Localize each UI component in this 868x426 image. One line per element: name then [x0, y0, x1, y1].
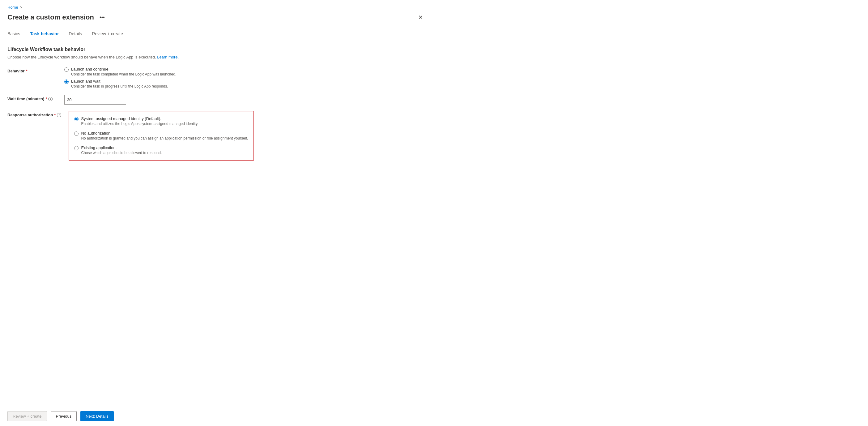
behavior-form-row: Behavior * Launch and continue Consider … — [7, 67, 425, 88]
response-auth-radio-existing-app[interactable] — [74, 146, 79, 150]
behavior-radio-launch-continue[interactable] — [64, 67, 69, 72]
behavior-required-star: * — [26, 69, 28, 73]
behavior-option-launch-continue-desc: Consider the task completed when the Log… — [71, 72, 176, 77]
behavior-label: Behavior * — [7, 67, 57, 73]
response-auth-info-icon[interactable]: i — [57, 113, 61, 117]
behavior-option-launch-wait-label: Launch and wait — [71, 79, 168, 84]
wait-time-info-icon[interactable]: i — [48, 97, 53, 101]
response-auth-required-star: * — [54, 113, 56, 117]
tab-details[interactable]: Details — [64, 29, 87, 39]
tab-review-create[interactable]: Review + create — [87, 29, 128, 39]
breadcrumb-home-link[interactable]: Home — [7, 5, 18, 9]
response-auth-existing-app-label: Existing application. — [81, 145, 162, 150]
wait-time-control-area — [64, 95, 250, 105]
tab-task-behavior[interactable]: Task behavior — [25, 29, 64, 39]
more-options-button[interactable]: ••• — [97, 13, 107, 21]
wait-time-required-star: * — [45, 96, 47, 101]
review-create-button[interactable]: Review + create — [7, 411, 47, 421]
page-header: Create a custom extension ••• ✕ — [7, 13, 425, 21]
behavior-control-area: Launch and continue Consider the task co… — [64, 67, 250, 88]
response-auth-radio-system-assigned[interactable] — [74, 117, 79, 121]
breadcrumb-separator: > — [20, 5, 22, 9]
wait-time-label: Wait time (minutes) * i — [7, 95, 57, 101]
section-title: Lifecycle Workflow task behavior — [7, 47, 425, 52]
behavior-option-launch-wait[interactable]: Launch and wait Consider the task in pro… — [64, 79, 250, 88]
response-auth-option-existing-app[interactable]: Existing application. Chose which apps s… — [74, 145, 249, 155]
close-button[interactable]: ✕ — [416, 13, 425, 21]
response-auth-option-system-assigned[interactable]: System-assigned managed identity (Defaul… — [74, 116, 249, 126]
response-auth-no-auth-label: No authorization — [81, 131, 248, 136]
footer-bar: Review + create Previous Next: Details — [0, 406, 868, 426]
response-auth-radio-group: System-assigned managed identity (Defaul… — [74, 116, 249, 155]
response-auth-label: Response authorization * i — [7, 111, 61, 117]
page-title: Create a custom extension — [7, 13, 94, 21]
next-details-button[interactable]: Next: Details — [81, 411, 114, 421]
learn-more-link[interactable]: Learn more. — [157, 55, 179, 59]
wait-time-form-row: Wait time (minutes) * i — [7, 95, 425, 105]
behavior-option-launch-wait-desc: Consider the task in progress until the … — [71, 84, 168, 88]
tab-basics[interactable]: Basics — [7, 29, 25, 39]
response-auth-system-assigned-label: System-assigned managed identity (Defaul… — [81, 116, 198, 121]
response-auth-option-no-auth[interactable]: No authorization No authorization is gra… — [74, 131, 249, 140]
previous-button[interactable]: Previous — [51, 411, 77, 421]
breadcrumb: Home > — [7, 5, 425, 9]
behavior-option-launch-continue-label: Launch and continue — [71, 67, 176, 72]
tabs-nav: Basics Task behavior Details Review + cr… — [7, 29, 425, 39]
response-auth-radio-no-auth[interactable] — [74, 132, 79, 136]
behavior-radio-group: Launch and continue Consider the task co… — [64, 67, 250, 88]
behavior-radio-launch-wait[interactable] — [64, 80, 69, 84]
response-auth-existing-app-desc: Chose which apps should be allowed to re… — [81, 151, 162, 155]
response-auth-box: System-assigned managed identity (Defaul… — [69, 111, 254, 161]
response-auth-form-row: Response authorization * i System-assign… — [7, 111, 425, 161]
page-title-area: Create a custom extension ••• — [7, 13, 107, 21]
section-description: Choose how the Lifecycle workflow should… — [7, 55, 425, 59]
response-auth-no-auth-desc: No authorization is granted and you can … — [81, 136, 248, 140]
response-auth-system-assigned-desc: Enables and utilizes the Logic Apps syst… — [81, 121, 198, 126]
wait-time-input[interactable] — [64, 95, 126, 105]
behavior-option-launch-continue[interactable]: Launch and continue Consider the task co… — [64, 67, 250, 77]
